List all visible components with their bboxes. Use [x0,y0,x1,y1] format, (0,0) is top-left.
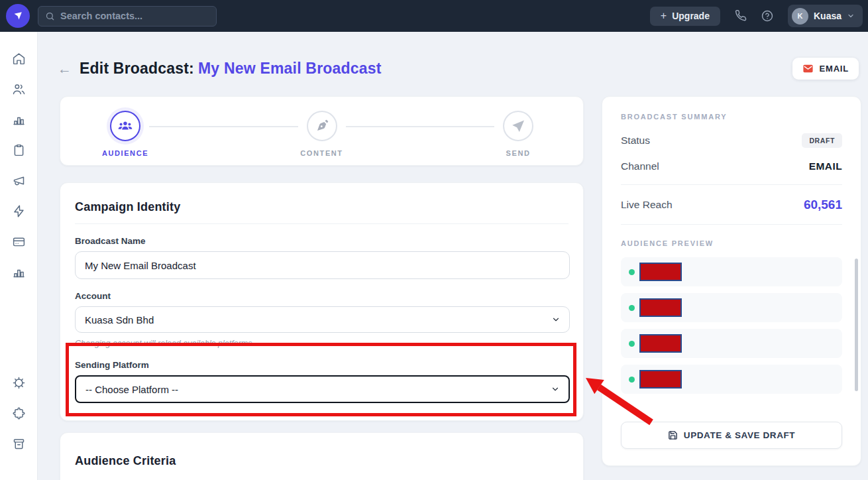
sidebar-item-reports[interactable] [12,265,26,279]
audience-preview-list [621,257,842,394]
broadcast-summary-panel: BROADCAST SUMMARY Status DRAFT Channel E… [602,96,861,466]
status-badge: DRAFT [802,133,842,148]
campaign-identity-heading: Campaign Identity [75,200,569,214]
step-audience[interactable]: AUDIENCE [101,111,149,157]
search-box[interactable] [38,6,217,27]
audience-preview-row [621,293,842,322]
topbar: + Upgrade K Kuasa [0,0,868,32]
page-header: ← Edit Broadcast:My New Email Broadcast [58,60,382,78]
topbar-actions: + Upgrade K Kuasa [650,5,868,27]
phone-button[interactable] [735,10,747,22]
sidebar-item-integrations[interactable] [12,406,26,420]
help-button[interactable] [761,10,773,22]
back-button[interactable]: ← [58,62,72,76]
broadcast-name-field: Broadcast Name [75,236,569,279]
sidebar-item-billing[interactable] [12,235,26,249]
channel-row: Channel EMAIL [621,160,842,172]
online-status-dot [629,377,635,383]
sidebar-item-campaigns[interactable] [12,174,26,188]
audience-preview-row [621,329,842,358]
pen-nib-icon [314,118,330,134]
step-content-circle [307,111,337,141]
stepper-card: AUDIENCE CONTENT [60,96,584,166]
chevron-down-icon [847,12,855,20]
account-label: Account [75,291,569,301]
megaphone-icon [12,174,26,188]
divider [75,223,569,224]
user-avatar: K [792,8,808,25]
floppy-disk-icon [668,430,678,440]
sidebar-item-automation[interactable] [12,204,26,218]
stepper-connector [346,126,495,127]
redacted-contact-name [639,263,682,281]
page-title: Edit Broadcast:My New Email Broadcast [80,60,382,78]
broadcast-name-input[interactable] [75,251,570,279]
contacts-icon [12,82,26,96]
main-content: ← Edit Broadcast:My New Email Broadcast … [38,32,868,480]
redacted-contact-name [639,370,682,389]
page-title-prefix: Edit Broadcast: [80,60,194,77]
divider [621,184,842,185]
sending-platform-select-value: -- Choose Platform -- [85,384,178,395]
phone-icon [735,10,747,22]
user-name: Kuasa [814,11,841,21]
sidebar-item-analytics[interactable] [12,113,26,127]
sidebar-top-group [12,52,26,279]
channel-value: EMAIL [809,160,842,172]
update-save-draft-button[interactable]: UPDATE & SAVE DRAFT [621,422,842,449]
user-menu[interactable]: K Kuasa [788,5,863,27]
clipboard-icon [12,143,26,157]
online-status-dot [629,341,635,347]
search-icon [45,11,55,21]
scrollbar-thumb[interactable] [855,259,858,391]
campaign-identity-card: Campaign Identity Broadcast Name Account… [60,182,584,421]
upgrade-button[interactable]: + Upgrade [650,7,720,26]
broadcast-summary-heading: BROADCAST SUMMARY [621,113,842,121]
chevron-down-icon [552,316,560,324]
broadcast-stepper: AUDIENCE CONTENT [60,97,583,157]
step-send-circle [503,111,533,141]
plus-icon: + [661,10,667,22]
audience-preview-row [621,365,842,394]
app-logo[interactable] [6,4,30,28]
paper-plane-icon [510,118,526,134]
broadcast-name-label: Broadcast Name [75,236,569,246]
page-title-broadcast-name: My New Email Broadcast [198,60,382,77]
audience-preview-heading: AUDIENCE PREVIEW [621,239,842,247]
stepper-connector [149,126,298,127]
sending-platform-select[interactable]: -- Choose Platform -- [75,375,570,403]
gear-icon [12,376,26,390]
help-circle-icon [761,10,773,22]
step-content[interactable]: CONTENT [298,111,346,157]
sidebar-item-settings[interactable] [12,376,26,390]
paper-plane-logo-icon [11,9,25,23]
channel-badge: EMAIL [792,58,859,80]
sidebar-bottom-group [12,376,26,451]
chevron-down-icon [551,385,559,393]
search-input[interactable] [60,11,199,21]
channel-label: Channel [621,160,659,172]
step-send[interactable]: SEND [494,111,542,157]
online-status-dot [629,269,635,275]
sidebar-item-archive[interactable] [12,437,26,451]
envelope-icon [802,63,814,74]
live-reach-label: Live Reach [621,199,673,211]
live-reach-row: Live Reach 60,561 [621,198,842,212]
account-select[interactable]: Kuasa Sdn Bhd [75,306,570,333]
account-helper-text: Changing account will reload available p… [75,339,569,348]
status-label: Status [621,135,650,147]
audience-preview-row [621,257,842,286]
puzzle-icon [12,406,26,420]
live-reach-value: 60,561 [804,198,842,212]
sidebar-item-home[interactable] [12,52,26,66]
lightning-bolt-icon [12,204,26,218]
sidebar-item-tasks[interactable] [12,143,26,157]
redacted-contact-name [639,298,682,317]
sidebar-item-contacts[interactable] [12,82,26,96]
step-send-label: SEND [506,149,531,157]
audience-criteria-heading: Audience Criteria [75,454,569,468]
credit-card-icon [12,235,26,249]
divider [621,224,842,225]
status-row: Status DRAFT [621,133,842,148]
online-status-dot [629,305,635,311]
